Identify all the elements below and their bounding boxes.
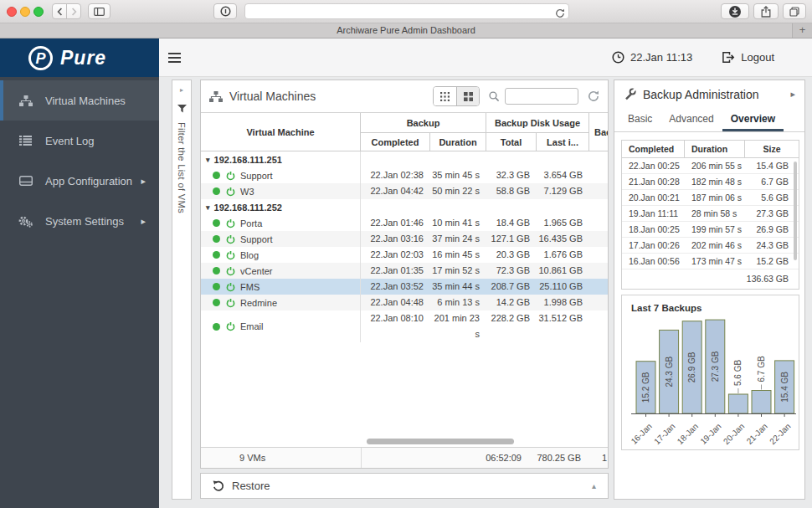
column-header-size[interactable]: Size [745,141,799,157]
back-button[interactable] [52,3,67,19]
tab-overview-button[interactable] [783,3,806,19]
column-header-clipped[interactable]: Bac [589,113,609,151]
forward-button[interactable] [66,3,81,19]
zoom-window-button[interactable] [33,7,44,17]
collapse-caret-icon[interactable]: ▾ [206,203,210,212]
horizontal-scrollbar[interactable] [367,439,514,444]
refresh-button[interactable] [588,90,599,102]
column-header-total[interactable]: Total [486,133,537,151]
vm-disk-last-incremental: 25.110 GB [537,279,589,295]
clock-icon [612,51,624,64]
vm-row[interactable]: Porta22.Jan 01:4610 min 41 s18.4 GB1.965… [201,215,608,231]
search-input[interactable] [505,88,578,105]
vm-panel-header: Virtual Machines [201,80,608,113]
vm-clipped-cell [589,167,608,183]
share-button[interactable] [753,3,779,19]
vm-row[interactable]: Support22.Jan 02:3835 min 45 s32.3 GB3.6… [201,167,608,183]
expand-arrow-icon[interactable]: ▸ [790,89,795,100]
vm-row[interactable]: Redmine22.Jan 04:486 min 13 s14.2 GB1.99… [201,295,608,310]
sidebar-toggle-button[interactable] [88,3,110,19]
restore-icon [213,480,224,492]
vm-row[interactable]: Email22.Jan 08:10201 min 23 s228.2 GB31.… [201,310,608,326]
sidebar-item-label: Virtual Machines [45,95,126,107]
power-icon [226,250,235,260]
bar-value-label: 24.3 GB [665,357,674,387]
gears-icon [18,215,33,228]
vm-row[interactable]: vCenter22.Jan 01:3517 min 52 s72.3 GB10.… [201,263,608,279]
backup-row[interactable]: 19.Jan 11:1128 min 58 s27.3 GB [622,206,799,222]
address-bar[interactable] [244,3,569,19]
backup-completed: 17.Jan 00:26 [622,238,685,254]
vm-backup-completed: 22.Jan 02:03 [361,247,430,263]
column-header-virtual-machine[interactable]: Virtual Machine [201,113,361,151]
vm-name: Redmine [240,298,277,308]
new-tab-button[interactable]: + [792,23,812,38]
column-header-last-incremental[interactable]: Last i... [537,133,589,151]
vm-disk-total: 127.1 GB [486,231,537,247]
collapse-caret-icon[interactable]: ▾ [206,156,210,164]
host-ip: 192.168.111.251 [214,155,282,165]
vm-host-group-row[interactable]: ▾192.168.111.251 [201,151,608,167]
restore-panel[interactable]: Restore ▴ [200,473,609,499]
tab-advanced[interactable]: Advanced [660,108,722,131]
status-ok-icon [213,172,220,179]
datetime-text: 22.Jan 11:13 [630,51,692,64]
expand-arrow-icon[interactable]: ▸ [180,86,183,94]
collapse-arrow-icon[interactable]: ▴ [592,481,596,490]
sidebar-item-virtual-machines[interactable]: Virtual Machines [0,80,159,121]
filter-panel-collapsed[interactable]: ▸ Filter the List of VMs [172,80,192,500]
minimize-window-button[interactable] [20,7,30,17]
vertical-scrollbar[interactable] [794,162,797,260]
vm-name: Email [240,321,264,331]
logout-label: Logout [741,51,774,64]
column-header-duration[interactable]: Duration [430,133,486,151]
sidebar-item-event-log[interactable]: Event Log [0,121,159,161]
tab-overview[interactable]: Overview [722,108,784,131]
vm-disk-total: 72.3 GB [486,263,537,279]
backup-row[interactable]: 22.Jan 00:25206 min 55 s15.4 GB [622,158,799,174]
drive-icon [18,176,33,186]
backup-row[interactable]: 18.Jan 00:25199 min 57 s26.9 GB [622,222,799,238]
address-input[interactable] [245,4,568,18]
tab-basic[interactable]: Basic [619,108,660,131]
page-info-button[interactable] [213,3,237,19]
column-header-duration[interactable]: Duration [685,141,745,157]
vm-row[interactable]: FMS22.Jan 03:5235 min 44 s208.7 GB25.110… [201,279,608,295]
vm-row[interactable]: Support22.Jan 03:1637 min 24 s127.1 GB16… [201,231,608,247]
reload-icon[interactable] [555,7,565,22]
vm-host-group-row[interactable]: ▾192.168.111.252 [201,199,608,215]
backup-row[interactable]: 21.Jan 00:28182 min 48 s6.7 GB [622,174,799,190]
backup-row[interactable]: 16.Jan 00:56173 min 47 s15.2 GB [622,254,799,269]
sidebar-item-system-settings[interactable]: System Settings ▸ [0,201,159,241]
browser-tab[interactable]: Archiware Pure Admin Dashboard [0,23,812,38]
menu-toggle-icon[interactable] [168,53,181,63]
backup-row[interactable]: 17.Jan 00:26202 min 46 s24.3 GB [622,238,799,254]
column-header-completed[interactable]: Completed [361,133,430,151]
column-header-completed[interactable]: Completed [622,141,685,157]
list-view-button[interactable] [434,87,456,105]
restore-label: Restore [232,480,270,492]
vm-backup-completed: 22.Jan 01:46 [361,215,430,231]
backup-size: 26.9 GB [745,222,799,238]
power-icon [226,282,235,292]
vm-table-body: ▾192.168.111.251Support22.Jan 02:3835 mi… [201,151,608,447]
logout-button[interactable]: Logout [722,51,774,64]
vm-backup-duration: 6 min 13 s [430,295,486,310]
sidebar-item-app-configuration[interactable]: App Configuration ▸ [0,161,159,201]
last-7-backups-chart: 15.2 GB16-Jan24.3 GB17-Jan26.9 GB18-Jan2… [621,295,799,450]
downloads-button[interactable] [721,3,749,19]
vm-name: Porta [240,218,262,228]
close-window-button[interactable] [7,7,17,17]
backup-row[interactable]: 20.Jan 00:21187 min 06 s5.6 GB [622,190,799,206]
vm-row[interactable]: W322.Jan 04:4250 min 22 s58.8 GB7.129 GB [201,183,608,199]
x-axis-label: 22-Jan [768,422,792,446]
vm-row[interactable]: Blog22.Jan 02:0316 min 45 s20.3 GB1.676 … [201,247,608,263]
power-icon [226,171,235,181]
vm-backup-duration: 37 min 24 s [430,231,486,247]
pure-logo: P Pure [0,38,159,77]
search-area [489,88,578,105]
vm-disk-last-incremental: 16.435 GB [537,231,589,247]
vm-disk-last-incremental: 1.998 GB [537,295,589,310]
backup-completed: 21.Jan 00:28 [622,174,685,190]
tile-view-button[interactable] [456,87,479,105]
